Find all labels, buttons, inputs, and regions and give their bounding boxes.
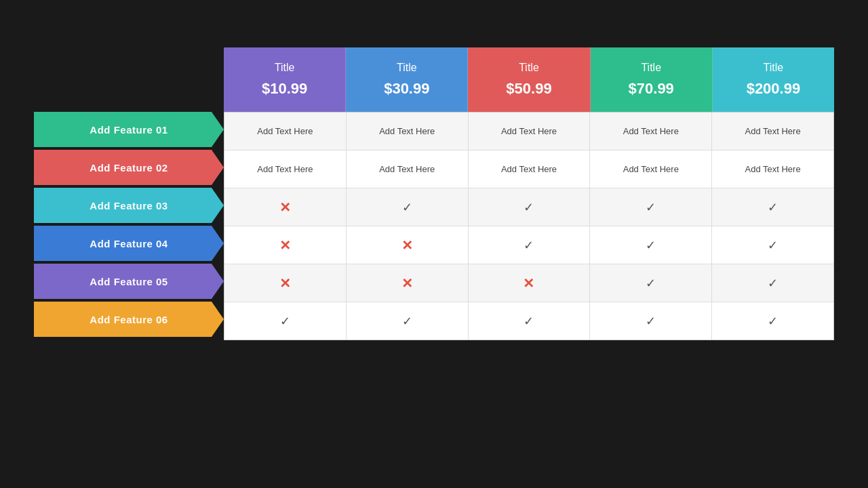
check-icon: ✓ bbox=[646, 238, 656, 253]
check-icon: ✓ bbox=[768, 314, 778, 329]
table-cell-r1c5: Add Text Here bbox=[712, 113, 833, 150]
cross-icon: ✕ bbox=[401, 237, 413, 253]
table-cell-r2c1: Add Text Here bbox=[224, 150, 347, 188]
col-price-4: $70.99 bbox=[629, 77, 674, 100]
table-cell-r4c4: ✓ bbox=[590, 226, 712, 264]
chart-wrapper: Add Feature 01Add Feature 02Add Feature … bbox=[34, 47, 834, 340]
check-icon: ✓ bbox=[646, 314, 656, 329]
table-cell-r2c2: Add Text Here bbox=[347, 150, 469, 188]
table-cell-r6c1: ✓ bbox=[224, 302, 347, 340]
feature-labels: Add Feature 01Add Feature 02Add Feature … bbox=[34, 112, 224, 340]
col-title-2: Title bbox=[397, 59, 417, 77]
table-row-4: ✕✕✓✓✓ bbox=[224, 226, 833, 264]
table-row-1: Add Text HereAdd Text HereAdd Text HereA… bbox=[224, 113, 833, 150]
table-cell-r6c2: ✓ bbox=[347, 302, 469, 340]
table-cell-r2c3: Add Text Here bbox=[469, 150, 591, 188]
table-cell-r5c4: ✓ bbox=[590, 264, 712, 302]
col-title-5: Title bbox=[764, 59, 784, 77]
feature-label-2: Add Feature 02 bbox=[34, 150, 224, 185]
col-price-5: $200.99 bbox=[747, 77, 801, 100]
table-row-2: Add Text HereAdd Text HereAdd Text HereA… bbox=[224, 150, 833, 188]
feature-label-1: Add Feature 01 bbox=[34, 112, 224, 147]
table-row-3: ✕✓✓✓✓ bbox=[224, 188, 833, 226]
col-price-3: $50.99 bbox=[506, 77, 551, 100]
check-icon: ✓ bbox=[524, 200, 534, 215]
cross-icon: ✕ bbox=[279, 237, 291, 253]
cross-icon: ✕ bbox=[523, 275, 534, 291]
col-header-1: Title$10.99 bbox=[224, 47, 346, 112]
table-cell-r3c1: ✕ bbox=[224, 188, 347, 226]
table-cell-r3c5: ✓ bbox=[712, 188, 833, 226]
cross-icon: ✕ bbox=[279, 275, 291, 291]
table-cell-r6c5: ✓ bbox=[712, 302, 833, 340]
col-header-5: Title$200.99 bbox=[713, 47, 834, 112]
table-cell-r1c1: Add Text Here bbox=[224, 113, 347, 150]
table-cell-r1c2: Add Text Here bbox=[347, 113, 469, 150]
feature-label-4: Add Feature 04 bbox=[34, 226, 224, 261]
col-title-3: Title bbox=[519, 59, 539, 77]
check-icon: ✓ bbox=[646, 200, 656, 215]
feature-label-5: Add Feature 05 bbox=[34, 264, 224, 299]
table-cell-r5c1: ✕ bbox=[224, 264, 347, 302]
table-cell-r3c4: ✓ bbox=[590, 188, 712, 226]
check-icon: ✓ bbox=[524, 238, 534, 253]
check-icon: ✓ bbox=[768, 276, 778, 291]
col-header-4: Title$70.99 bbox=[591, 47, 713, 112]
table-cell-r5c5: ✓ bbox=[712, 264, 833, 302]
feature-label-6: Add Feature 06 bbox=[34, 302, 224, 337]
table-cell-r3c3: ✓ bbox=[469, 188, 591, 226]
table-cell-r5c2: ✕ bbox=[347, 264, 469, 302]
table-row-6: ✓✓✓✓✓ bbox=[224, 302, 833, 340]
feature-label-3: Add Feature 03 bbox=[34, 188, 224, 223]
cross-icon: ✕ bbox=[401, 275, 413, 291]
col-header-3: Title$50.99 bbox=[468, 47, 590, 112]
table-cell-r2c4: Add Text Here bbox=[590, 150, 712, 188]
check-icon: ✓ bbox=[280, 314, 290, 329]
table-row-5: ✕✕✕✓✓ bbox=[224, 264, 833, 302]
table-cell-r4c1: ✕ bbox=[224, 226, 347, 264]
col-header-2: Title$30.99 bbox=[346, 47, 468, 112]
col-title-4: Title bbox=[641, 59, 661, 77]
table-cell-r6c3: ✓ bbox=[469, 302, 591, 340]
col-title-1: Title bbox=[275, 59, 295, 77]
check-icon: ✓ bbox=[402, 200, 412, 215]
table-cell-r1c4: Add Text Here bbox=[590, 113, 712, 150]
table-cell-r1c3: Add Text Here bbox=[469, 113, 591, 150]
table-cell-r5c3: ✕ bbox=[469, 264, 591, 302]
comparison-table: Title$10.99Title$30.99Title$50.99Title$7… bbox=[224, 47, 834, 340]
check-icon: ✓ bbox=[524, 314, 534, 329]
table-cell-r4c3: ✓ bbox=[469, 226, 591, 264]
check-icon: ✓ bbox=[768, 200, 778, 215]
check-icon: ✓ bbox=[768, 238, 778, 253]
check-icon: ✓ bbox=[402, 314, 412, 329]
table-cell-r6c4: ✓ bbox=[590, 302, 712, 340]
table-cell-r2c5: Add Text Here bbox=[712, 150, 833, 188]
col-price-1: $10.99 bbox=[262, 77, 307, 100]
check-icon: ✓ bbox=[646, 276, 656, 291]
table-cell-r4c5: ✓ bbox=[712, 226, 833, 264]
col-price-2: $30.99 bbox=[384, 77, 429, 100]
cross-icon: ✕ bbox=[279, 199, 291, 216]
table-cell-r4c2: ✕ bbox=[347, 226, 469, 264]
table-cell-r3c2: ✓ bbox=[347, 188, 469, 226]
